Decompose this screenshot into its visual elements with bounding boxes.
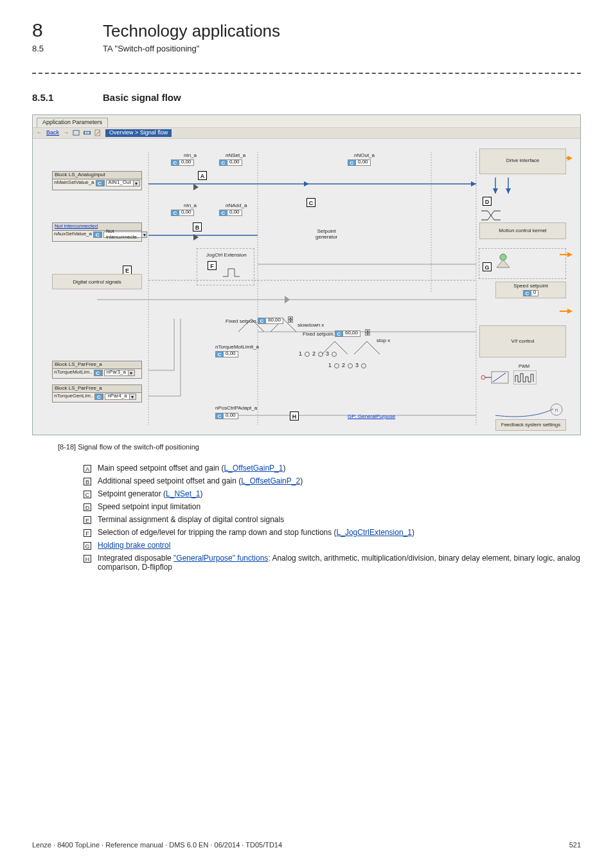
cfield-aux[interactable]: C [93, 231, 102, 238]
legend-row-f: F Selection of edge/level for tripping t… [84, 528, 581, 537]
svg-rect-5 [95, 130, 100, 136]
svg-rect-45 [492, 372, 508, 383]
forward-arrow-icon[interactable]: → [63, 130, 69, 136]
svg-rect-0 [73, 131, 79, 135]
svg-marker-23 [567, 156, 573, 161]
figure-caption: [8-18] Signal flow of the switch-off pos… [58, 443, 581, 451]
marker-d: D [483, 197, 492, 206]
breadcrumb: Overview > Signal flow [105, 129, 172, 137]
cfield-ntgl[interactable]: C [94, 393, 103, 400]
diagram-area: nIn_a C0,00 nNSet_a C0,00 nNOut_a C0,00 … [33, 139, 580, 435]
link-holding-brake-control[interactable]: Holding brake control [98, 541, 170, 550]
panel-mck[interactable]: Motion control kernel [479, 222, 566, 239]
vf-curve-icon [480, 370, 511, 384]
label-pwm: PWM [519, 364, 529, 369]
block-ls-parfree-2[interactable]: Block LS_ParFree_a nTorqueGenLim.. C nPa… [52, 384, 142, 402]
legend-mark: H [84, 555, 91, 563]
block-ls-analoginput[interactable]: Block LS_AnalogInput nMainSetValue_a C A… [52, 171, 142, 190]
marker-h: H [290, 411, 299, 420]
legend-mark: B [84, 478, 91, 485]
app-panel: Application Parameters ← Back → Overview… [32, 114, 581, 435]
svg-rect-3 [87, 132, 88, 134]
icon-2[interactable] [84, 129, 91, 136]
cfield-slowdown[interactable]: C80,00 [258, 318, 283, 324]
cfield-nnout-a[interactable]: C0,00 [348, 159, 371, 166]
link-gp-general[interactable]: GP: GeneralPurpose [348, 414, 395, 420]
label-stop-x: stop x [377, 338, 390, 344]
cfield-nposctrl[interactable]: C0,00 [215, 413, 238, 419]
label-nauxsetvalue: nAuxSetValue_a [54, 231, 92, 237]
spinner-stop[interactable]: ▴▾ [365, 329, 370, 336]
jogctrl-box [197, 248, 254, 285]
svg-marker-21 [506, 188, 511, 194]
footer-left: Lenze · 8400 TopLine · Reference manual … [32, 841, 282, 849]
pwm-icon [513, 370, 537, 384]
marker-c: C [306, 198, 315, 207]
section-number: 8.5.1 [32, 92, 77, 103]
radioset-1[interactable]: 1 2 3 [299, 351, 337, 357]
svg-marker-11 [304, 181, 309, 186]
link-l-nset-1[interactable]: L_NSet_1 [166, 489, 200, 498]
cfield-stop[interactable]: C60,00 [335, 330, 360, 337]
svg-text:n: n [555, 407, 558, 413]
link-l-offsetgainp-2[interactable]: L_OffsetGainP_2 [241, 476, 300, 485]
chapter-title: Technology applications [103, 21, 280, 41]
svg-marker-25 [567, 252, 573, 257]
label-setpoint-generator: Setpoint generator [315, 229, 337, 240]
panel-vf-control[interactable]: V/f control [479, 325, 566, 357]
link-l-offsetgainp-1[interactable]: L_OffsetGainP_1 [224, 464, 283, 473]
label-nposctrl: nPosCtrlPAdapt_a [215, 406, 257, 411]
svg-rect-2 [85, 132, 86, 134]
footer-page-number: 521 [569, 841, 581, 849]
label-ntorquemotlimit: nTorqueMotLimit_a [215, 345, 259, 350]
block-ls-parfree-1[interactable]: Block LS_ParFree_a nTorqueMotLim.. C nPa… [52, 361, 142, 379]
tab-app-parameters[interactable]: Application Parameters [37, 118, 108, 127]
cfield-main[interactable]: C [96, 180, 105, 186]
legend-mark: D [84, 503, 91, 511]
svg-marker-12 [471, 181, 476, 186]
dropdown-npar4[interactable]: nPar4_a▾ [105, 393, 136, 400]
label-fixed-setpoin-1: Fixed setpoin.. [226, 319, 259, 325]
motor-icon: n [549, 402, 564, 417]
cfield-ntorque[interactable]: C0,00 [215, 351, 238, 357]
back-link[interactable]: Back [46, 130, 59, 136]
subchapter-title: TA "Switch-off positioning" [103, 44, 199, 53]
link-l-jogctrlextension-1[interactable]: L_JogCtrlExtension_1 [337, 528, 412, 537]
cfield-nnset-a[interactable]: C0,00 [219, 159, 242, 166]
label-fixed-setpoin-2: Fixed setpoin.. [303, 332, 336, 338]
page-footer: Lenze · 8400 TopLine · Reference manual … [32, 841, 581, 849]
link-generalpurpose-functions[interactable]: "GeneralPurpose" functions [173, 554, 268, 563]
marker-b: B [193, 222, 202, 231]
icon-3[interactable] [94, 129, 102, 136]
panel-feedback[interactable]: Feedback system settings [495, 419, 566, 431]
dropdown-ain1[interactable]: AIN1_Out▾ [106, 180, 140, 186]
radioset-2[interactable]: 1 2 3 [328, 363, 366, 369]
legend-row-g: G Holding brake control [84, 541, 581, 550]
dropdown-notint[interactable]: Not interconnecte.▾ [103, 231, 147, 238]
spinner-slowdown[interactable]: ▴▾ [288, 316, 293, 323]
cfield-ntml[interactable]: C [94, 370, 103, 376]
panel-digital-signals[interactable]: Digital control signals [52, 274, 142, 289]
back-arrow-icon[interactable]: ← [37, 130, 42, 136]
panel-drive-interface[interactable]: Drive interface [479, 149, 566, 174]
label-nmainsetvalue: nMainSetValue_a [54, 180, 94, 186]
icon-1[interactable] [73, 129, 80, 136]
cfield-nnadd-a[interactable]: C0,00 [219, 210, 242, 216]
label-nnadd-a: nNAdd_a [226, 203, 247, 209]
panel-speed-setpoint: Speed setpoint C0 [495, 282, 566, 298]
cfield-nin-a-1[interactable]: C0,00 [171, 159, 194, 166]
legend-row-b: B Additional speed setpoint offset and g… [84, 476, 581, 485]
marker-e: E [123, 266, 132, 275]
limiter-icon [480, 208, 503, 222]
legend-row-e: E Terminal assignment & display of digit… [84, 515, 581, 524]
dropdown-npar3[interactable]: nPar3_a▾ [104, 370, 135, 376]
amp-icon-b [193, 234, 199, 242]
block-not-interconnected[interactable]: Not interconnected nAuxSetValue_a C Not … [52, 222, 142, 242]
label-nnout-a: nNOut_a [354, 153, 375, 159]
legend-mark: C [84, 491, 91, 498]
chapter-number: 8 [32, 19, 77, 41]
svg-marker-20 [493, 188, 498, 194]
cfield-nin-a-2[interactable]: C0,00 [171, 210, 194, 216]
label-nnset-a: nNSet_a [226, 153, 245, 159]
cfield-speedsp[interactable]: C0 [523, 290, 538, 296]
